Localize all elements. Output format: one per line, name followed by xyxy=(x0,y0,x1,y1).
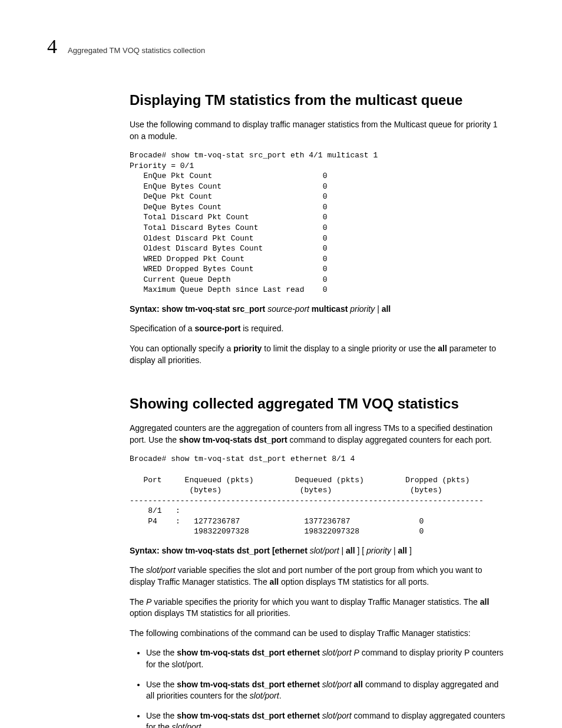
text: The xyxy=(130,565,146,575)
syntax-arg: priority xyxy=(350,304,375,314)
text: The xyxy=(130,597,146,607)
text: . xyxy=(201,722,203,728)
syntax-sep: | xyxy=(375,304,381,314)
code-block-multicast: Brocade# show tm-voq-stat src_port eth 4… xyxy=(130,150,509,295)
text: Specification of a xyxy=(130,324,195,333)
text: Use the xyxy=(146,648,177,657)
syntax-text: ] xyxy=(407,546,412,555)
text: Use the xyxy=(146,680,177,689)
text: Use the xyxy=(146,711,177,720)
syntax-line-2: Syntax: show tm-voq-stats dst_port [ethe… xyxy=(130,545,509,557)
var: slot/port P xyxy=(322,648,359,657)
term: priority xyxy=(233,344,262,353)
term: all xyxy=(438,344,447,353)
syntax-arg: slot/port xyxy=(310,546,339,555)
list-item: Use the show tm-voq-stats dst_port ether… xyxy=(146,647,509,670)
syntax-sep: | xyxy=(391,546,398,555)
text: command to display aggregated counters f… xyxy=(287,435,492,444)
text: . xyxy=(279,691,282,700)
agg-intro: Aggregated counters are the aggregation … xyxy=(130,423,509,446)
syntax-cmd: show tm-voq-stats dst_port [ethernet xyxy=(160,546,310,555)
syntax-text: ] [ xyxy=(355,546,366,555)
spec-paragraph-1: Specification of a source-port is requir… xyxy=(130,323,509,335)
syntax-cmd: all xyxy=(346,546,355,555)
chapter-number: 4 xyxy=(47,35,57,58)
syntax-cmd: all xyxy=(398,546,407,555)
cmd: show tm-voq-stats dst_port ethernet xyxy=(177,648,322,657)
syntax-cmd: show tm-voq-stat src_port xyxy=(160,304,268,314)
page-header: 4 Aggregated TM VOQ statistics collectio… xyxy=(47,35,515,58)
text: is required. xyxy=(240,324,283,333)
list-item: Use the show tm-voq-stats dst_port ether… xyxy=(146,710,509,728)
cmd: show tm-voq-stats dst_port ethernet xyxy=(177,711,322,720)
syntax-arg: source-port xyxy=(267,304,309,314)
combo-list: Use the show tm-voq-stats dst_port ether… xyxy=(130,647,509,728)
var: P xyxy=(146,597,151,607)
list-item: Use the show tm-voq-stats dst_port ether… xyxy=(146,679,509,702)
text: option displays TM statistics for all po… xyxy=(279,577,429,587)
text: option displays TM statistics for all pr… xyxy=(130,608,290,618)
term: source-port xyxy=(195,324,241,333)
term: all xyxy=(480,597,490,607)
cmd: all xyxy=(352,680,363,689)
var: slot/port xyxy=(250,691,279,700)
cmd: show tm-voq-stats dst_port xyxy=(179,435,287,444)
text: variable specifies the priority for whic… xyxy=(151,597,480,607)
priority-paragraph: The P variable specifies the priority fo… xyxy=(130,597,509,620)
slotport-paragraph: The slot/port variable specifies the slo… xyxy=(130,565,509,588)
spec-paragraph-2: You can optionally specify a priority to… xyxy=(130,343,509,366)
syntax-arg: priority xyxy=(366,546,391,555)
text: You can optionally specify a xyxy=(130,344,233,353)
text: to limit the display to a single priorit… xyxy=(262,344,438,353)
code-block-aggregated: Brocade# show tm-voq-stat dst_port ether… xyxy=(130,454,509,536)
var: slot/port xyxy=(172,722,201,728)
var: slot/port xyxy=(146,565,176,575)
section-path: Aggregated TM VOQ statistics collection xyxy=(68,46,205,55)
var: slot/port xyxy=(322,711,352,720)
cmd: show tm-voq-stats dst_port ethernet xyxy=(177,680,322,689)
term: all xyxy=(270,577,279,587)
heading-multicast: Displaying TM statistics from the multic… xyxy=(130,92,509,108)
page: 4 Aggregated TM VOQ statistics collectio… xyxy=(0,0,562,728)
syntax-cmd: all xyxy=(382,304,391,314)
syntax-sep: | xyxy=(339,546,346,555)
var: slot/port xyxy=(322,680,352,689)
syntax-label: Syntax: xyxy=(130,546,160,555)
intro-paragraph: Use the following command to display tra… xyxy=(130,119,509,142)
main-content: Displaying TM statistics from the multic… xyxy=(130,92,509,728)
combos-intro: The following combinations of the comman… xyxy=(130,628,509,640)
syntax-cmd: multicast xyxy=(309,304,350,314)
syntax-line-1: Syntax: show tm-voq-stat src_port source… xyxy=(130,304,509,315)
syntax-label: Syntax: xyxy=(130,304,160,314)
heading-aggregated: Showing collected aggregated TM VOQ stat… xyxy=(130,396,509,412)
spacer xyxy=(130,374,509,396)
